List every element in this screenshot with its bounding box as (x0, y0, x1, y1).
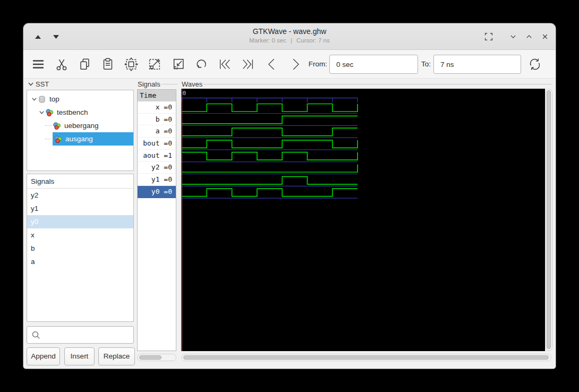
signal-search-input[interactable] (27, 326, 134, 344)
copy-button[interactable] (76, 55, 94, 73)
toolbar: From: To: (23, 50, 556, 79)
from-label: From: (300, 60, 327, 68)
chevron-left-icon (265, 57, 279, 72)
zoom-out-arrow-icon (147, 57, 162, 72)
waves-panel-label: Waves (182, 80, 202, 88)
menu-button[interactable] (29, 55, 47, 73)
svg-text:0: 0 (183, 90, 186, 97)
sst-label: SST (36, 80, 49, 88)
cut-button[interactable] (53, 55, 71, 73)
to-input[interactable] (433, 55, 521, 74)
tree-connector (45, 139, 52, 139)
search-icon (31, 330, 40, 339)
menu-icon (30, 56, 46, 72)
zoom-fit-icon (124, 57, 139, 72)
chevron-down-icon (508, 31, 518, 42)
signal-item-b[interactable]: b (27, 242, 133, 255)
scrollbar-thumb[interactable] (183, 355, 549, 360)
status-separator: | (291, 37, 292, 44)
minimize-button[interactable] (505, 29, 521, 45)
skip-to-end-button[interactable] (239, 55, 257, 73)
signals-list-header: Signals (27, 174, 133, 189)
tree-node-testbench[interactable]: testbench (27, 106, 133, 119)
cursor-status: Cursor: 7 ns (296, 37, 330, 44)
tree-connector (45, 125, 52, 126)
expander-chevron-icon (28, 81, 34, 87)
waveform-canvas[interactable]: 0 (181, 89, 545, 351)
module-icon (45, 108, 54, 117)
tree-node-label: testbench (57, 108, 88, 116)
insert-button[interactable]: Insert (64, 347, 95, 365)
signal-item-y1[interactable]: y1 (27, 202, 133, 215)
reload-button[interactable] (526, 55, 544, 73)
titlebar: GTKWave - wave.ghw Marker: 0 sec|Cursor:… (23, 23, 556, 50)
value-row-y0[interactable]: y0 =0 (138, 186, 176, 198)
cut-icon (54, 57, 69, 72)
scrollbar-thumb[interactable] (139, 355, 161, 360)
values-panel-frame: Signals (138, 79, 177, 89)
to-label: To: (421, 60, 432, 68)
value-row-b[interactable]: b =0 (138, 114, 176, 126)
waves-panel-frame: Waves (182, 79, 551, 89)
paste-icon (100, 57, 115, 72)
reload-icon (527, 57, 542, 72)
tree-node-top[interactable]: top (27, 92, 133, 106)
undo-icon (194, 57, 209, 72)
skip-start-icon (217, 57, 232, 72)
signal-item-y2[interactable]: y2 (27, 189, 133, 202)
sst-expander[interactable]: SST (28, 79, 59, 89)
values-horizontal-scrollbar[interactable] (137, 354, 176, 361)
values-panel: Time x =0 b =0 a =0 bout =0 aout =1 y2 =… (137, 89, 176, 351)
fullscreen-icon (483, 31, 495, 42)
marker-status: Marker: 0 sec (249, 37, 286, 44)
module-icon (54, 135, 62, 143)
zoom-in-arrow-icon (171, 57, 186, 72)
copy-icon (78, 57, 92, 72)
paste-button[interactable] (99, 55, 117, 73)
zoom-out-full-button[interactable] (146, 55, 164, 73)
tree-node-ausgang[interactable]: ausgang (27, 132, 133, 146)
signals-list-panel: Signals y2 y1 y0 x b a (27, 174, 134, 322)
skip-to-start-button[interactable] (216, 55, 234, 73)
expander-chevron-icon[interactable] (30, 96, 38, 102)
zoom-in-full-button[interactable] (169, 55, 188, 73)
waveform-plot: 0 (181, 89, 545, 351)
values-panel-label: Signals (138, 80, 160, 88)
value-row-y2[interactable]: y2 =0 (138, 161, 176, 174)
scope-root-icon (38, 95, 46, 104)
signal-item-y0[interactable]: y0 (27, 215, 133, 228)
tree-node-label: uebergang (64, 122, 99, 130)
close-button[interactable] (537, 29, 553, 45)
chevron-up-icon (524, 31, 534, 42)
from-input[interactable] (329, 55, 418, 74)
close-icon (540, 31, 550, 42)
expander-chevron-icon[interactable] (38, 109, 45, 115)
module-icon (53, 122, 61, 130)
sst-tree-panel: top testbench uebergang ausgang (27, 90, 134, 171)
undo-button[interactable] (192, 55, 210, 73)
skip-end-icon (241, 57, 256, 72)
waves-horizontal-scrollbar[interactable] (181, 354, 551, 361)
titlebar-text: GTKWave - wave.ghw Marker: 0 sec|Cursor:… (23, 27, 556, 44)
time-header[interactable]: Time (138, 90, 176, 101)
maximize-button[interactable] (521, 29, 537, 45)
replace-button[interactable]: Replace (98, 347, 135, 365)
tree-node-uebergang[interactable]: uebergang (27, 119, 133, 132)
value-row-bout[interactable]: bout =0 (138, 138, 176, 150)
value-row-a[interactable]: a =0 (138, 125, 176, 138)
selected-tree-node[interactable]: ausgang (53, 132, 133, 146)
main-area: SST top testbench uebergang (23, 79, 556, 369)
step-back-button[interactable] (263, 55, 281, 73)
gtkwave-window: GTKWave - wave.ghw Marker: 0 sec|Cursor:… (23, 23, 556, 369)
fullscreen-button[interactable] (481, 29, 497, 45)
value-row-x[interactable]: x =0 (138, 101, 176, 114)
value-row-y1[interactable]: y1 =0 (138, 174, 176, 186)
signal-item-x[interactable]: x (27, 228, 133, 242)
tree-node-label: ausgang (65, 135, 93, 143)
value-row-aout[interactable]: aout =1 (138, 150, 176, 162)
scrollbar-thumb[interactable] (547, 90, 551, 349)
signal-item-a[interactable]: a (27, 255, 133, 268)
waves-vertical-scrollbar[interactable] (545, 89, 552, 351)
zoom-fit-button[interactable] (122, 55, 140, 73)
append-button[interactable]: Append (27, 347, 60, 365)
